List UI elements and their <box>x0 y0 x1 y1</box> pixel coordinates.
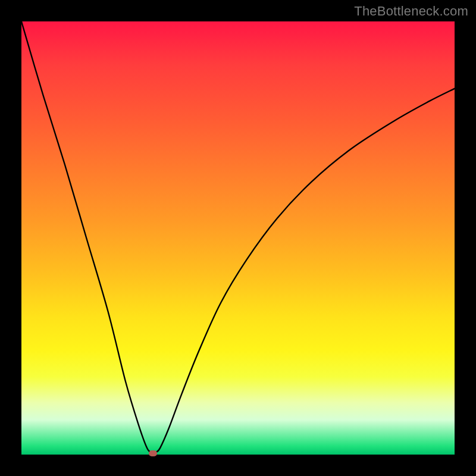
bottleneck-curve <box>21 21 455 455</box>
watermark-text: TheBottleneck.com <box>354 4 468 19</box>
optimal-point-marker <box>149 450 157 456</box>
chart-frame: TheBottleneck.com <box>0 0 476 476</box>
plot-area <box>21 21 455 455</box>
